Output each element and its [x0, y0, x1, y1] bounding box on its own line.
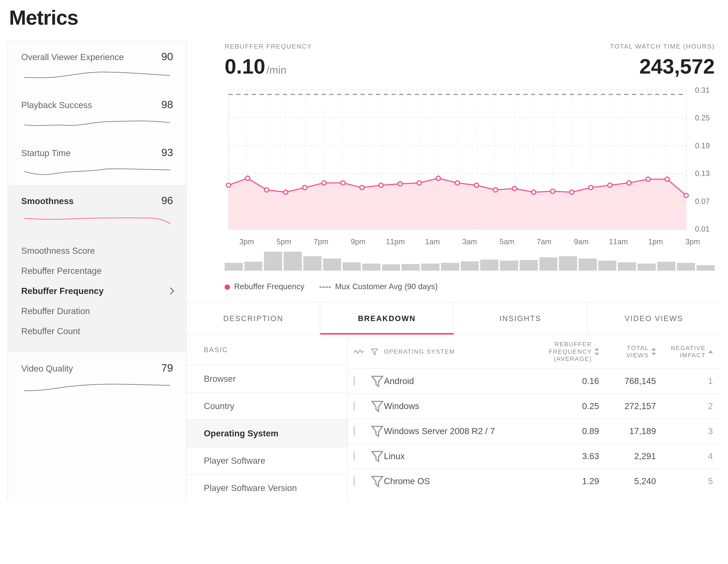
data-header: OPERATING SYSTEM REBUFFER FREQUENCY (AVE…: [348, 335, 720, 369]
basic-item-player-software[interactable]: Player Software: [187, 447, 348, 475]
col-impact[interactable]: NEGATIVE IMPACT: [656, 345, 713, 359]
row-freq: 0.89: [527, 426, 599, 436]
metric-value: 93: [161, 146, 173, 158]
row-radio[interactable]: [354, 426, 355, 437]
svg-point-33: [246, 176, 250, 180]
svg-point-45: [474, 183, 479, 187]
tab-video-views[interactable]: VIDEO VIEWS: [587, 303, 720, 335]
metric-playback-success[interactable]: Playback Success 98: [8, 89, 186, 137]
svg-point-52: [608, 183, 612, 187]
x-tick: 7pm: [302, 237, 340, 246]
basic-item-browser[interactable]: Browser: [187, 365, 348, 393]
x-tick: 5pm: [265, 237, 302, 246]
row-freq: 1.29: [527, 476, 599, 486]
svg-point-55: [665, 177, 669, 181]
metric-smoothness[interactable]: Smoothness 96: [8, 185, 186, 233]
subitem-rebuffer-count[interactable]: Rebuffer Count: [8, 321, 186, 341]
y-tick: 0.25: [695, 114, 715, 122]
sparkline: [21, 164, 173, 177]
svg-point-38: [341, 181, 345, 185]
x-tick: 9pm: [340, 237, 377, 246]
y-tick: 0.01: [695, 225, 715, 233]
subitem-smoothness-score[interactable]: Smoothness Score: [8, 241, 186, 261]
row-radio[interactable]: [354, 376, 355, 387]
volume-bar: [500, 260, 518, 270]
col-frequency[interactable]: REBUFFER FREQUENCY (AVERAGE): [527, 341, 599, 363]
table-row[interactable]: Linux 3.63 2,291 4: [348, 444, 720, 469]
volume-bar: [264, 252, 282, 270]
wave-icon[interactable]: [354, 349, 371, 355]
row-radio[interactable]: [354, 476, 355, 487]
volume-bar: [657, 262, 675, 270]
x-tick: 1pm: [637, 237, 674, 246]
metric-name: Overall Viewer Experience: [21, 52, 124, 62]
basic-item-player-software-version[interactable]: Player Software Version: [187, 475, 348, 501]
filter-icon[interactable]: [371, 399, 384, 413]
svg-point-36: [303, 185, 307, 190]
row-freq: 0.25: [527, 401, 599, 411]
subitem-rebuffer-frequency[interactable]: Rebuffer Frequency: [8, 281, 186, 301]
sparkline: [21, 68, 173, 81]
row-radio[interactable]: [354, 451, 355, 462]
basic-header: BASIC: [187, 335, 348, 365]
subitem-rebuffer-percentage[interactable]: Rebuffer Percentage: [8, 261, 186, 281]
filter-icon[interactable]: [371, 425, 384, 438]
basic-column: BASIC BrowserCountryOperating SystemPlay…: [187, 335, 348, 501]
tab-bar: DESCRIPTIONBREAKDOWNINSIGHTSVIDEO VIEWS: [187, 303, 720, 335]
x-tick: 3pm: [228, 237, 265, 246]
volume-bar: [323, 258, 341, 271]
legend-dash-icon: [319, 287, 331, 288]
svg-point-37: [322, 181, 326, 185]
x-tick: 7am: [526, 237, 563, 246]
x-tick: 9am: [563, 237, 600, 246]
x-tick: 11pm: [377, 237, 414, 246]
table-row[interactable]: Chrome OS 1.29 5,240 5: [348, 469, 720, 493]
volume-bar: [559, 256, 577, 270]
col-dimension[interactable]: OPERATING SYSTEM: [384, 348, 527, 355]
chevron-right-icon: [167, 288, 174, 295]
filter-icon[interactable]: [371, 450, 384, 463]
x-tick: 1am: [414, 237, 451, 246]
metric-startup-time[interactable]: Startup Time 93: [8, 137, 186, 185]
row-name: Linux: [384, 451, 527, 461]
stat-right-label: TOTAL WATCH TIME (HOURS): [610, 43, 715, 50]
volume-bar: [382, 264, 400, 270]
row-impact: 3: [656, 426, 713, 436]
stat-right-value: 243,572: [639, 54, 715, 78]
x-tick: 3pm: [674, 237, 711, 246]
row-name: Windows: [384, 401, 527, 411]
tab-breakdown[interactable]: BREAKDOWN: [320, 303, 454, 335]
row-views: 2,291: [599, 451, 656, 461]
row-radio[interactable]: [354, 401, 355, 412]
filter-icon[interactable]: [371, 374, 384, 388]
tab-insights[interactable]: INSIGHTS: [454, 303, 587, 335]
svg-point-43: [436, 176, 441, 180]
table-row[interactable]: Windows Server 2008 R2 / 7 0.89 17,189 3: [348, 419, 720, 444]
metric-value: 98: [161, 98, 173, 110]
svg-point-53: [627, 181, 631, 185]
col-views[interactable]: TOTAL VIEWS: [599, 345, 656, 359]
sparkline: [21, 212, 173, 225]
svg-point-54: [646, 177, 650, 181]
subitem-rebuffer-duration[interactable]: Rebuffer Duration: [8, 301, 186, 321]
volume-bar: [441, 263, 459, 270]
metric-overall-viewer-experience[interactable]: Overall Viewer Experience 90: [8, 41, 186, 89]
row-impact: 5: [656, 476, 713, 486]
svg-point-49: [551, 189, 555, 193]
svg-point-41: [398, 182, 402, 186]
tab-description[interactable]: DESCRIPTION: [187, 303, 320, 335]
svg-point-50: [570, 190, 574, 194]
basic-item-operating-system[interactable]: Operating System: [187, 420, 348, 447]
table-row[interactable]: Windows 0.25 272,157 2: [348, 394, 720, 419]
metric-value: 79: [161, 362, 173, 374]
volume-bar: [677, 263, 695, 270]
volume-bar: [421, 263, 439, 271]
metric-name: Playback Success: [21, 100, 92, 110]
basic-item-country[interactable]: Country: [187, 393, 348, 420]
filter-icon[interactable]: [371, 475, 384, 488]
table-row[interactable]: Android 0.16 768,145 1: [348, 369, 720, 394]
filter-header-icon[interactable]: [371, 348, 384, 356]
breakdown-panel: BASIC BrowserCountryOperating SystemPlay…: [187, 335, 720, 501]
y-tick: 0.13: [695, 169, 715, 178]
metric-video-quality[interactable]: Video Quality 79: [8, 353, 186, 401]
